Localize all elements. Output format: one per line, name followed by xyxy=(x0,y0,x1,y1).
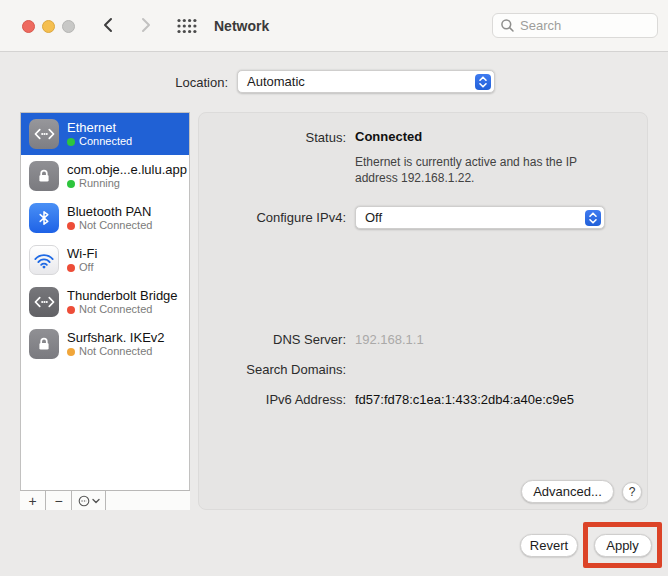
service-status: Not Connected xyxy=(79,303,152,316)
search-domains-label: Search Domains: xyxy=(199,362,346,377)
status-dot xyxy=(67,222,75,230)
configure-ipv4-value: Off xyxy=(365,210,382,225)
service-status: Off xyxy=(79,261,93,274)
status-dot xyxy=(67,306,75,314)
dropdown-stepper-icon xyxy=(475,74,491,90)
show-all-grid-icon[interactable] xyxy=(176,18,198,34)
search-icon xyxy=(500,18,515,33)
status-dot xyxy=(67,264,75,272)
sidebar-item-lulu-app[interactable]: com.obje...e.lulu.app Running xyxy=(21,155,189,197)
ipv6-address-value: fd57:fd78:c1ea:1:433:2db4:a40e:c9e5 xyxy=(355,392,574,407)
service-name: Bluetooth PAN xyxy=(67,204,152,219)
service-name: Thunderbolt Bridge xyxy=(67,288,178,303)
sidebar-item-ethernet[interactable]: Ethernet Connected xyxy=(21,113,189,155)
status-dot xyxy=(67,138,75,146)
status-label: Status: xyxy=(199,130,346,145)
sidebar-item-bluetooth-pan[interactable]: Bluetooth PAN Not Connected xyxy=(21,197,189,239)
location-label: Location: xyxy=(60,75,228,90)
search-input[interactable] xyxy=(520,18,640,33)
sidebar-item-wifi[interactable]: Wi-Fi Off xyxy=(21,239,189,281)
zoom-button xyxy=(62,20,75,33)
sidebar-item-thunderbolt-bridge[interactable]: Thunderbolt Bridge Not Connected xyxy=(21,281,189,323)
window-controls xyxy=(22,20,75,33)
dns-server-value: 192.168.1.1 xyxy=(355,332,424,347)
status-detail: Ethernet is currently active and has the… xyxy=(355,154,617,186)
service-name: Surfshark. IKEv2 xyxy=(67,330,165,345)
configure-ipv4-label: Configure IPv4: xyxy=(199,210,346,225)
dropdown-stepper-icon xyxy=(585,210,601,226)
advanced-button[interactable]: Advanced... xyxy=(521,480,614,503)
chevron-right-icon xyxy=(137,17,153,33)
bluetooth-icon xyxy=(29,203,59,233)
dns-server-label: DNS Server: xyxy=(199,332,346,347)
wifi-icon xyxy=(29,245,59,275)
service-actions-button[interactable] xyxy=(72,491,106,510)
chevron-left-icon xyxy=(101,17,117,33)
chevron-down-icon xyxy=(92,498,100,504)
sidebar-action-bar: + − xyxy=(20,490,190,510)
service-name: Ethernet xyxy=(67,120,132,135)
apply-button[interactable]: Apply xyxy=(594,534,652,557)
status-value: Connected xyxy=(355,129,422,144)
service-name: com.obje...e.lulu.app xyxy=(67,162,187,177)
configure-ipv4-dropdown[interactable]: Off xyxy=(355,206,605,229)
back-button[interactable] xyxy=(100,17,118,35)
remove-service-button[interactable]: − xyxy=(46,491,72,510)
annotation-highlight-box: Apply xyxy=(583,522,662,568)
revert-button[interactable]: Revert xyxy=(520,534,578,557)
status-dot xyxy=(67,348,75,356)
add-service-button[interactable]: + xyxy=(20,491,46,510)
page-title: Network xyxy=(214,18,269,34)
service-status: Not Connected xyxy=(79,345,152,358)
location-dropdown[interactable]: Automatic xyxy=(237,70,495,93)
minimize-button[interactable] xyxy=(42,20,55,33)
ethernet-icon xyxy=(29,119,59,149)
service-detail-panel: Status: Connected Ethernet is currently … xyxy=(198,112,648,510)
service-status: Not Connected xyxy=(79,219,152,232)
service-status: Running xyxy=(79,177,120,190)
sidebar-item-surfshark[interactable]: Surfshark. IKEv2 Not Connected xyxy=(21,323,189,365)
status-dot xyxy=(67,180,75,188)
sidebar-action-filler xyxy=(106,491,190,510)
lock-icon xyxy=(29,161,59,191)
close-button[interactable] xyxy=(22,20,35,33)
search-field[interactable] xyxy=(492,13,658,38)
help-button[interactable]: ? xyxy=(622,482,642,502)
service-name: Wi-Fi xyxy=(67,246,97,261)
lock-icon xyxy=(29,329,59,359)
forward-button xyxy=(136,17,154,35)
ethernet-icon xyxy=(29,287,59,317)
service-status: Connected xyxy=(79,135,132,148)
services-sidebar: Ethernet Connected com.obje...e.lulu.app… xyxy=(20,112,190,510)
ipv6-address-label: IPv6 Address: xyxy=(199,392,346,407)
location-value: Automatic xyxy=(247,74,305,89)
titlebar: Network xyxy=(0,0,668,52)
circle-minus-icon xyxy=(78,495,90,507)
